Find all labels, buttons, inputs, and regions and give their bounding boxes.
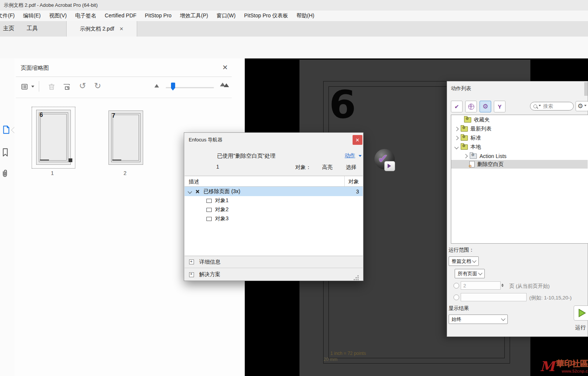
details-section-bar[interactable]: 详细信息 bbox=[185, 256, 363, 268]
thumbnail-resize-handle[interactable] bbox=[69, 158, 72, 162]
thumbnail-index-label: 1 bbox=[51, 170, 54, 176]
tree-item-favorites[interactable]: ⚙ 收藏夹 bbox=[451, 115, 490, 124]
solutions-section-bar[interactable]: 解决方案 bbox=[185, 269, 363, 281]
thumbnail-delete-icon[interactable] bbox=[47, 82, 57, 92]
filter-y-icon: Y bbox=[498, 103, 501, 109]
run-button[interactable] bbox=[574, 305, 588, 321]
menu-certified-pdf[interactable]: Certified PDF bbox=[101, 11, 140, 20]
search-box[interactable]: 搜索 bbox=[530, 102, 574, 110]
results-header-row: 描述 对象 bbox=[185, 176, 363, 187]
page-count-input[interactable]: 2 bbox=[461, 281, 501, 290]
bookmarks-rail-icon[interactable] bbox=[0, 147, 10, 159]
page-range-input[interactable] bbox=[461, 293, 527, 301]
menu-view[interactable]: 视图(V) bbox=[46, 11, 70, 21]
rotate-left-icon[interactable]: ↺ bbox=[79, 82, 86, 90]
search-caret-icon bbox=[539, 105, 541, 107]
enfocus-play-badge-icon bbox=[384, 161, 395, 171]
thumbnail-border bbox=[113, 115, 139, 161]
panel-scrollbar-thumb[interactable] bbox=[584, 82, 588, 96]
result-child-row[interactable]: 对象3 bbox=[185, 214, 363, 223]
page-count-spinner[interactable] bbox=[501, 282, 504, 288]
tab-bar: 主页 工具 示例文档 2.pdf ✕ bbox=[0, 21, 588, 37]
chevron-right-icon[interactable] bbox=[454, 127, 458, 131]
panel-divider bbox=[16, 77, 232, 77]
menu-pitstop-dashboard[interactable]: PitStop Pro 仪表板 bbox=[241, 11, 292, 21]
menu-pitstop-pro[interactable]: PitStop Pro bbox=[142, 11, 175, 20]
expand-plus-icon[interactable] bbox=[189, 272, 194, 277]
menu-plugins[interactable]: 增效工具(P) bbox=[177, 11, 212, 21]
thumbnail-extract-icon[interactable] bbox=[62, 82, 72, 92]
chevron-down-icon[interactable] bbox=[454, 145, 458, 149]
tree-item-recent[interactable]: ⚙ 最新列表 bbox=[451, 124, 492, 133]
action-lists-button[interactable] bbox=[480, 101, 491, 112]
show-results-select[interactable]: 始终 bbox=[449, 315, 508, 324]
tree-item-standard[interactable]: ⚙ 标准 bbox=[451, 134, 481, 142]
details-section-label: 详细信息 bbox=[199, 259, 220, 266]
dialog-resize-grip[interactable] bbox=[357, 275, 359, 276]
watermark-logo-icon: M bbox=[540, 358, 555, 374]
page-thumbnails-rail-icon[interactable] bbox=[1, 125, 11, 136]
thumbnail-page-2[interactable]: 7 bbox=[108, 110, 143, 165]
page-number-digit: 6 bbox=[329, 82, 356, 127]
thumbnail-page-digit: 6 bbox=[40, 112, 43, 118]
menu-window[interactable]: 窗口(W) bbox=[213, 11, 239, 21]
action-link-caret-icon[interactable] bbox=[359, 155, 362, 158]
tree-item-delete-blank-pages[interactable]: ⚙ 删除空白页 bbox=[451, 160, 504, 169]
inspect-button[interactable]: Y bbox=[494, 101, 506, 112]
thumbnail-size-large-icon-front[interactable] bbox=[224, 83, 229, 87]
page-range-radio[interactable] bbox=[454, 295, 459, 300]
tab-home[interactable]: 主页 bbox=[0, 21, 20, 36]
chevron-right-icon[interactable] bbox=[454, 136, 458, 140]
panel-divider bbox=[16, 98, 232, 98]
panel-title: 页面缩略图 bbox=[21, 64, 49, 72]
page-count-radio[interactable] bbox=[454, 283, 459, 289]
tab-document-label: 示例文档 2.pdf bbox=[80, 26, 114, 32]
menu-edit[interactable]: 编辑(E) bbox=[20, 11, 44, 21]
chevron-down-icon[interactable] bbox=[188, 189, 192, 193]
window-titlebar: 示例文档 2.pdf - Adobe Acrobat Pro (64-bit) bbox=[0, 0, 588, 11]
rotate-right-icon[interactable]: ↻ bbox=[94, 82, 101, 90]
tab-close-icon[interactable]: ✕ bbox=[119, 26, 124, 32]
object-frame-icon bbox=[206, 217, 212, 221]
certified-check-button[interactable]: ✔ bbox=[451, 101, 463, 112]
thumbnail-page-1[interactable]: 6 bbox=[36, 110, 71, 165]
dialog-close-button[interactable]: ✕ bbox=[353, 135, 362, 145]
tree-item-label: 收藏夹 bbox=[474, 117, 490, 123]
page-scope-select[interactable]: 所有页面 bbox=[455, 269, 485, 278]
tree-item-local[interactable]: ⚙ 本地 bbox=[451, 143, 481, 151]
globe-icon bbox=[468, 104, 474, 110]
panel-close-icon[interactable]: ✕ bbox=[222, 63, 228, 72]
thumbnail-options-caret-icon[interactable] bbox=[31, 86, 34, 89]
dialog-action-link[interactable]: 动作 bbox=[345, 152, 355, 159]
settings-caret-icon bbox=[584, 105, 586, 107]
dialog-titlebar[interactable]: Enfocus 导航器 bbox=[184, 133, 363, 147]
enfocus-logo-icon bbox=[374, 149, 395, 169]
attachments-rail-icon[interactable] bbox=[0, 169, 10, 180]
folder-gear-icon: ⚙ bbox=[461, 144, 468, 150]
panel-settings-button[interactable] bbox=[576, 101, 588, 111]
chevron-right-icon[interactable] bbox=[463, 154, 467, 158]
tab-tools[interactable]: 工具 bbox=[21, 21, 43, 36]
menu-esign[interactable]: 电子签名 bbox=[72, 11, 100, 21]
description-column-header[interactable]: 描述 bbox=[189, 178, 199, 185]
thumbnail-size-slider-thumb[interactable] bbox=[171, 83, 175, 88]
result-group-row[interactable]: 已移除页面 (3x) 3 bbox=[185, 187, 363, 196]
thumbnail-options-icon[interactable] bbox=[20, 82, 29, 92]
dialog-processed-text: 已使用"删除空白页"处理 bbox=[217, 152, 275, 160]
page-scale-note: 1 inch = 72 points bbox=[330, 351, 366, 356]
tree-item-label: Action Lists bbox=[480, 153, 507, 159]
watermark-site-url: www.52cnp.com bbox=[562, 369, 588, 373]
expand-plus-icon[interactable] bbox=[189, 259, 194, 264]
global-changes-button[interactable] bbox=[465, 101, 477, 112]
result-child-row[interactable]: 对象1 bbox=[185, 196, 363, 205]
objects-column-header[interactable]: 对象 bbox=[348, 178, 359, 185]
column-divider bbox=[344, 176, 345, 186]
thumbnail-size-small-icon[interactable] bbox=[154, 84, 159, 87]
menu-help[interactable]: 帮助(H) bbox=[293, 11, 318, 21]
run-scope-select[interactable]: 整篇文档 bbox=[449, 256, 479, 266]
menu-file[interactable]: 文件(F) bbox=[0, 11, 18, 21]
tree-item-action-lists[interactable]: ⚙ Action Lists bbox=[451, 152, 507, 160]
tab-document[interactable]: 示例文档 2.pdf ✕ bbox=[66, 21, 137, 37]
solutions-section-label: 解决方案 bbox=[199, 271, 220, 278]
result-child-row[interactable]: 对象2 bbox=[185, 205, 363, 214]
